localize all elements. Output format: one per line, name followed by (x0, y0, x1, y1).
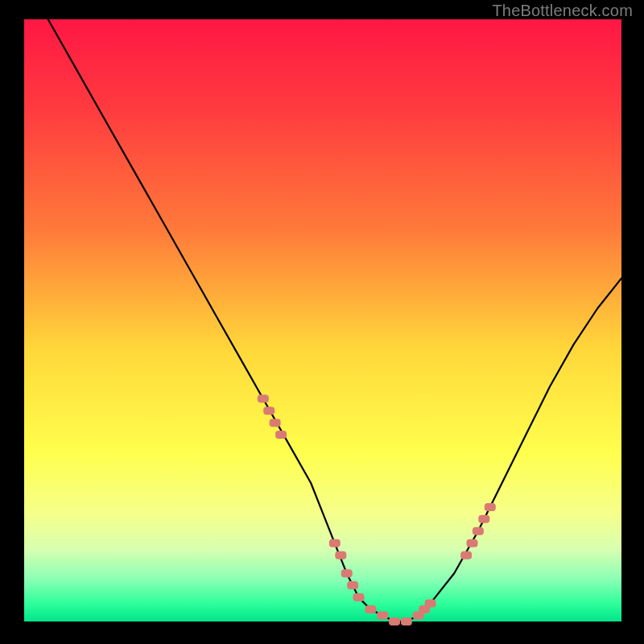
chart-stage: TheBottleneck.com (0, 0, 644, 644)
marker-dot (365, 605, 376, 613)
marker-dot (270, 419, 281, 427)
marker-dot (478, 515, 489, 523)
marker-dot (347, 581, 358, 589)
marker-dot (341, 569, 353, 577)
marker-dot (353, 593, 365, 601)
bottleneck-chart (0, 0, 644, 644)
marker-dot (460, 551, 472, 559)
marker-dot (329, 539, 341, 547)
marker-dot (467, 539, 478, 547)
watermark-text: TheBottleneck.com (492, 2, 633, 20)
marker-dot (258, 394, 269, 402)
marker-dot (263, 407, 275, 415)
marker-dot (473, 527, 484, 535)
marker-dot (377, 612, 388, 620)
marker-dot (335, 551, 346, 559)
marker-dot (425, 600, 436, 608)
plot-background (24, 19, 621, 621)
marker-dot (401, 617, 412, 625)
marker-dot (485, 503, 496, 511)
marker-dot (275, 431, 287, 439)
marker-dot (389, 617, 400, 625)
